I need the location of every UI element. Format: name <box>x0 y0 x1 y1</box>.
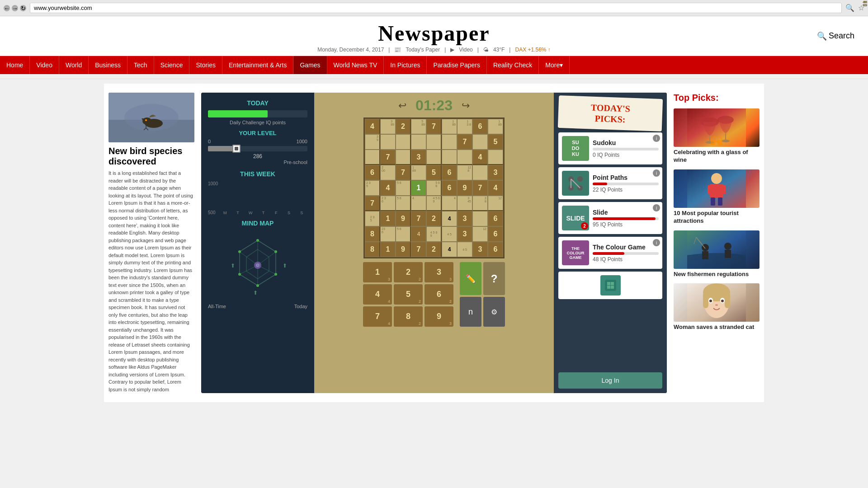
pick-item-cat[interactable]: Woman saves a stranded cat <box>674 283 760 331</box>
settings-button[interactable]: ⚙ <box>483 297 505 327</box>
cell-0-1[interactable]: 389 <box>380 119 396 134</box>
cell-4-5[interactable]: 6 <box>442 180 457 196</box>
cell-7-2[interactable]: 5 6 <box>396 226 411 242</box>
sudoku-grid[interactable]: 4 389 2 589 7 189 13 8 6 189 39 4 68 9 4… <box>363 117 505 258</box>
cell-0-5[interactable]: 189 <box>442 119 457 134</box>
cell-6-8[interactable]: 6 <box>488 211 503 226</box>
num-btn-5[interactable]: 52 <box>394 284 423 305</box>
game-card-slide[interactable]: SLIDE 2 Slide 95 IQ Points i <box>558 202 662 234</box>
cell-4-0[interactable]: 2 35 <box>365 180 380 196</box>
num-btn-2[interactable]: 22 <box>394 262 423 282</box>
num-btn-6[interactable]: 62 <box>425 284 453 305</box>
address-bar[interactable] <box>30 3 842 13</box>
cell-7-0[interactable]: 8 <box>365 226 380 242</box>
video-label[interactable]: Video <box>459 47 472 53</box>
back-button[interactable]: ← <box>4 5 10 11</box>
cell-5-8[interactable]: 12 <box>488 196 503 211</box>
cell-6-1[interactable]: 1 <box>380 211 396 226</box>
cell-5-6[interactable]: 345 <box>457 196 472 211</box>
nav-paradise[interactable]: Paradise Papers <box>427 56 487 74</box>
cell-4-3[interactable]: 1 <box>411 180 426 196</box>
cell-1-5[interactable]: 12 <box>442 134 457 150</box>
cell-3-6[interactable]: 128 <box>457 165 472 180</box>
cell-4-6[interactable]: 9 <box>457 180 472 196</box>
sidebar-article-title[interactable]: New bird species discovered <box>108 146 194 167</box>
pick-item-fishermen[interactable]: New fishermen regulations <box>674 230 760 278</box>
cell-4-1[interactable]: 4 <box>380 180 396 196</box>
cell-8-0[interactable]: 8 <box>365 242 380 257</box>
sudoku-info-btn[interactable]: i <box>653 135 660 142</box>
cell-3-3[interactable]: 189 <box>411 165 426 180</box>
nav-science[interactable]: Science <box>154 56 190 74</box>
pencil-button[interactable]: ✏️ <box>460 262 481 295</box>
cell-2-2[interactable]: 56 <box>396 150 411 165</box>
cell-1-0[interactable]: 39 <box>365 134 380 150</box>
cell-3-4[interactable]: 5 <box>426 165 442 180</box>
cell-3-2[interactable]: 7 <box>396 165 411 180</box>
cell-5-1[interactable]: 2 36 <box>380 196 396 211</box>
cell-8-6[interactable]: 4 5 <box>457 242 472 257</box>
slide-info-btn[interactable]: i <box>653 204 660 211</box>
nav-home[interactable]: Home <box>0 56 30 74</box>
cell-5-4[interactable]: 4 5 69 <box>426 196 442 211</box>
cell-8-4[interactable]: 2 <box>426 242 442 257</box>
notes-button[interactable]: n <box>460 297 481 327</box>
cell-1-3[interactable]: 4 68 9 <box>411 134 426 150</box>
nav-more[interactable]: More <box>539 56 570 74</box>
cell-8-3[interactable]: 7 <box>411 242 426 257</box>
cell-0-7[interactable]: 6 <box>472 119 488 134</box>
cell-7-3[interactable]: 4 <box>411 226 426 242</box>
cell-3-7[interactable] <box>472 165 488 180</box>
cell-3-0[interactable]: 6 <box>365 165 380 180</box>
cell-1-7[interactable] <box>472 134 488 150</box>
cell-6-2[interactable]: 9 <box>396 211 411 226</box>
paper-label[interactable]: Today's Paper <box>406 47 440 53</box>
cell-2-1[interactable]: 7 <box>380 150 396 165</box>
cell-5-5[interactable]: 4 <box>442 196 457 211</box>
game-card-sudoku[interactable]: SUDOKU Sudoku 0 IQ Points i <box>558 132 662 164</box>
num-btn-7[interactable]: 74 <box>363 306 392 327</box>
cell-2-3[interactable]: 3 <box>411 150 426 165</box>
cell-8-8[interactable]: 6 <box>488 242 503 257</box>
num-btn-8[interactable]: 82 <box>394 306 423 327</box>
game-card-mystery[interactable] <box>558 272 662 299</box>
cell-1-6[interactable]: 7 <box>457 134 472 150</box>
nav-inpictures[interactable]: In Pictures <box>384 56 427 74</box>
nav-reality[interactable]: Reality Check <box>487 56 539 74</box>
cell-7-7[interactable]: 12 <box>472 226 488 242</box>
login-button[interactable]: Log In <box>558 372 662 389</box>
cell-3-1[interactable]: 200 <box>380 165 396 180</box>
cell-8-2[interactable]: 9 <box>396 242 411 257</box>
nav-games[interactable]: Games <box>293 56 327 74</box>
cell-0-6[interactable]: 13 8 <box>457 119 472 134</box>
nav-world[interactable]: World <box>59 56 89 74</box>
cell-0-4[interactable]: 7 <box>426 119 442 134</box>
cell-2-6[interactable]: 289 <box>457 150 472 165</box>
undo-icon[interactable]: ↩ <box>398 100 406 112</box>
num-btn-9[interactable]: 93 <box>425 306 453 327</box>
cell-3-8[interactable]: 3 <box>488 165 503 180</box>
pick-item-tourist[interactable]: 10 Most popular tourist attractions <box>674 169 760 225</box>
cell-0-8[interactable]: 189 <box>488 119 503 134</box>
nav-business[interactable]: Business <box>89 56 127 74</box>
cell-1-8[interactable]: 5 <box>488 134 503 150</box>
game-card-paths[interactable]: Point Paths 22 IQ Points i <box>558 167 662 199</box>
cell-5-3[interactable]: 4 <box>411 196 426 211</box>
cell-5-0[interactable]: 7 <box>365 196 380 211</box>
search-area[interactable]: 🔍 Search <box>817 31 854 41</box>
nav-worldnewstv[interactable]: World News TV <box>327 56 384 74</box>
game-card-colour[interactable]: THECOLOURGAME The Colour Game 48 IQ Poin… <box>558 237 662 269</box>
cell-0-3[interactable]: 589 <box>411 119 426 134</box>
nav-entertainment[interactable]: Entertainment & Arts <box>222 56 293 74</box>
colour-info-btn[interactable]: i <box>653 239 660 246</box>
cell-6-6[interactable]: 3 <box>457 211 472 226</box>
cell-4-7[interactable]: 7 <box>472 180 488 196</box>
cell-7-6[interactable]: 3 <box>457 226 472 242</box>
cell-0-2[interactable]: 2 <box>396 119 411 134</box>
cell-2-5[interactable] <box>442 150 457 165</box>
cell-7-5[interactable]: 4 5 <box>442 226 457 242</box>
zoom-icon[interactable]: 🔍 <box>845 4 854 12</box>
cell-7-4[interactable]: 4 5 69 <box>426 226 442 242</box>
cell-6-5[interactable]: 4 <box>442 211 457 226</box>
nav-video[interactable]: Video <box>30 56 59 74</box>
